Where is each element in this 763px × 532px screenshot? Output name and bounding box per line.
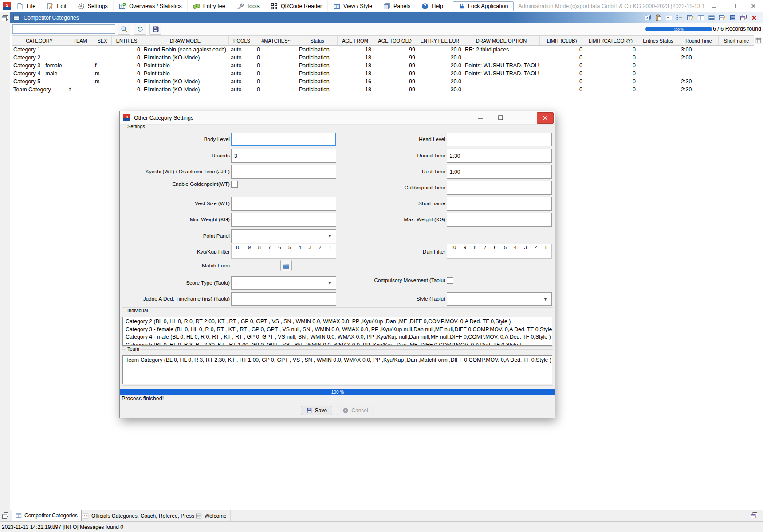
table-row[interactable]: Category 2 0 Elimination (KO-Mode) auto …	[12, 54, 754, 62]
kyeshi-osaekomi-input[interactable]	[231, 165, 336, 179]
cascade-windows-icon[interactable]	[2, 512, 9, 519]
col-matches[interactable]: #MATCHES~	[255, 36, 297, 45]
col-draw-mode[interactable]: DRAW MODE	[142, 36, 229, 45]
col-entry-fee-eur[interactable]: ENTRY FEE EUR	[417, 36, 463, 45]
individual-list-item[interactable]: Category 3 - female (BL 0, HL 0, R 0, RT…	[126, 326, 552, 334]
menu-help[interactable]: ? Help	[416, 0, 448, 12]
col-pools[interactable]: POOLS	[229, 36, 255, 45]
menu-panels[interactable]: Panels	[378, 0, 416, 12]
lock-application-label: Lock Application	[468, 3, 508, 9]
goldenpoint-time-input[interactable]	[447, 181, 552, 195]
menu-file[interactable]: File	[11, 0, 41, 12]
body-level-input[interactable]	[231, 133, 336, 146]
individual-list-item[interactable]: Category 4 - male (BL 0, HL 0, R 0, RT ,…	[126, 333, 552, 341]
paste-icon[interactable]	[654, 13, 663, 22]
chevron-down-icon: ▼	[543, 297, 547, 301]
cascade-windows-icon[interactable]	[751, 512, 758, 519]
score-type-dropdown[interactable]: - ▼	[231, 276, 336, 290]
menu-settings[interactable]: Settings	[72, 0, 114, 12]
judge-a-ded-input[interactable]	[231, 292, 336, 306]
rounds-input[interactable]	[231, 149, 336, 163]
col-age-from[interactable]: AGE FROM	[338, 36, 373, 45]
table-row[interactable]: Category 1 0 Round Robin (each against e…	[12, 46, 754, 54]
style-taolu-dropdown[interactable]: ▼	[447, 292, 552, 306]
dan-filter-box[interactable]: 10987654321	[447, 244, 552, 259]
lock-application-button[interactable]: Lock Application	[453, 1, 514, 11]
rest-time-input[interactable]	[447, 165, 552, 179]
cell-age-too-old: 99	[373, 62, 417, 70]
head-level-input[interactable]	[447, 133, 552, 146]
enable-goldenpoint-checkbox[interactable]	[231, 181, 238, 188]
menu-qrcode-reader[interactable]: QRCode Reader	[265, 0, 328, 12]
search-button[interactable]	[118, 24, 130, 35]
maximize-icon[interactable]	[724, 0, 743, 12]
column-config-icon[interactable]	[755, 37, 762, 44]
table-edit-2-icon[interactable]	[718, 13, 727, 22]
col-age-too-old[interactable]: AGE TOO OLD	[373, 36, 417, 45]
dialog-close-icon[interactable]	[537, 112, 554, 124]
col-category[interactable]: CATEGORY	[12, 36, 67, 45]
score-type-label: Score Type (Taolu)	[120, 276, 230, 290]
col-round-time[interactable]: Round Time	[679, 36, 719, 45]
tab-officials-categories[interactable]: Officials Categories, Coach, Referee, Pr…	[79, 510, 198, 521]
table-edit-icon[interactable]	[686, 13, 695, 22]
cell-matches: 0	[255, 86, 297, 94]
round-time-input[interactable]	[447, 149, 552, 163]
cell-matches: 0	[255, 54, 297, 62]
numbered-list-icon[interactable]	[675, 13, 684, 22]
table-columns-icon[interactable]	[696, 13, 705, 22]
cancel-button-label: Cancel	[351, 407, 368, 414]
save-button[interactable]: Save	[301, 406, 332, 415]
cascade-windows-icon[interactable]	[1, 15, 8, 22]
compulsory-movement-checkbox[interactable]	[447, 277, 453, 284]
col-short-name[interactable]: Short name	[719, 36, 754, 45]
tab-competitor-categories[interactable]: Competitor Categories	[12, 510, 82, 521]
max-weight-input[interactable]	[447, 213, 552, 227]
table-rows-icon[interactable]	[707, 13, 716, 22]
minimize-icon[interactable]	[704, 0, 724, 12]
list-view-icon[interactable]	[728, 13, 737, 22]
col-status[interactable]: Status	[297, 36, 338, 45]
tab-welcome[interactable]: Welcome	[192, 510, 231, 521]
close-window-icon[interactable]	[750, 13, 759, 22]
cancel-button[interactable]: Cancel	[337, 406, 374, 415]
individual-listbox[interactable]: Category 2 (BL 0, HL 0, R 0, RT 2:00, KT…	[122, 317, 552, 346]
team-list-item[interactable]: Team Category (BL 0, HL 0, R 3, RT 2:30,…	[126, 356, 552, 364]
menu-tools[interactable]: Tools	[231, 0, 265, 12]
col-limit-category[interactable]: LIMIT (CATEGORY)	[584, 36, 637, 45]
point-panel-dropdown[interactable]: ▼	[231, 229, 336, 243]
cascade-windows-icon[interactable]	[739, 13, 748, 22]
table-row[interactable]: Category 4 - male m 0 Point table auto 0…	[12, 70, 754, 78]
form-field-icon[interactable]	[665, 13, 673, 22]
refresh-button[interactable]	[134, 24, 146, 35]
team-listbox[interactable]: Team Category (BL 0, HL 0, R 3, RT 2:30,…	[122, 355, 552, 384]
short-name-input[interactable]	[447, 197, 552, 211]
col-entries-status[interactable]: Entries Status	[637, 36, 679, 45]
menu-overviews-statistics[interactable]: Overviews / Statistics	[114, 0, 188, 12]
match-form-button[interactable]	[280, 260, 292, 271]
dialog-maximize-icon[interactable]	[493, 111, 508, 124]
col-draw-mode-option[interactable]: DRAW MODE OPTION	[463, 36, 540, 45]
individual-list-item[interactable]: Category 5 (BL 0, HL 0, R 3, RT 2:30, KT…	[126, 341, 552, 346]
table-row[interactable]: Category 3 - female f 0 Point table auto…	[12, 62, 754, 70]
dialog-minimize-icon[interactable]	[473, 111, 488, 124]
min-weight-input[interactable]	[231, 213, 336, 227]
menu-entry-fee[interactable]: Entry fee	[188, 0, 231, 12]
table-row[interactable]: Category 5 m 0 Elimination (KO-Mode) aut…	[12, 78, 754, 86]
save-view-button[interactable]	[149, 24, 161, 35]
col-sex[interactable]: SEX	[93, 36, 112, 45]
kyu-kup-filter-box[interactable]: 10987654321	[231, 244, 336, 259]
individual-list-item[interactable]: Category 2 (BL 0, HL 0, R 0, RT 2:00, KT…	[126, 318, 552, 326]
close-icon[interactable]	[743, 0, 763, 12]
table-row[interactable]: Team Category t 0 Elimination (KO-Mode) …	[12, 86, 754, 94]
col-limit-club[interactable]: LIMIT (CLUB)	[540, 36, 584, 45]
col-entries[interactable]: ENTRIES	[112, 36, 142, 45]
table-icon	[16, 512, 22, 519]
search-input[interactable]	[12, 24, 115, 34]
menu-view-style[interactable]: View / Style	[328, 0, 378, 12]
export-icon[interactable]	[643, 13, 652, 22]
vest-size-input[interactable]	[231, 197, 336, 211]
menu-edit[interactable]: Edit	[41, 0, 72, 12]
col-team[interactable]: TEAM	[67, 36, 93, 45]
cell-team	[67, 78, 93, 86]
